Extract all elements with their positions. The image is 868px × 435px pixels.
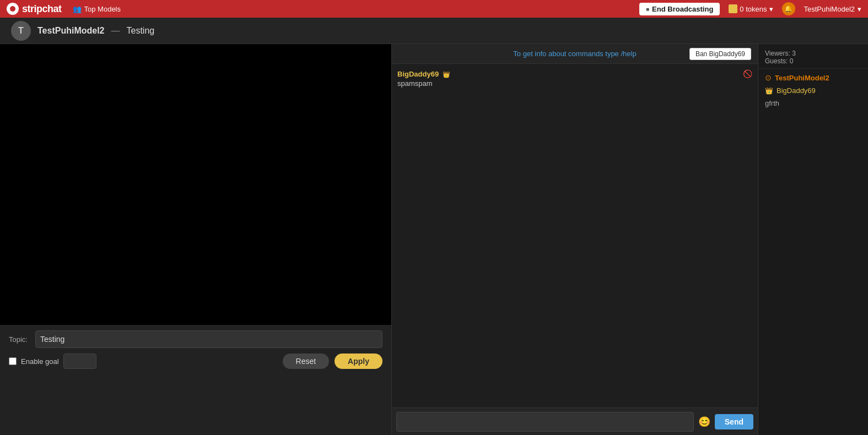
send-button[interactable]: Send [715, 414, 753, 429]
separator-dash: — [111, 26, 120, 36]
left-panel: Topic: Enable goal Reset Apply [0, 44, 391, 435]
viewer-name-host: TestPuhiModel2 [775, 74, 829, 82]
chat-message-header: BigDaddy69 👑 🚫 [397, 69, 752, 78]
goal-amount-input[interactable] [63, 354, 96, 369]
ban-user-icon[interactable]: 🚫 [743, 69, 752, 78]
main-content: Topic: Enable goal Reset Apply To get in… [0, 44, 868, 435]
chat-input-row: 😊 Send [392, 407, 758, 435]
user-menu-chevron: ▾ [858, 5, 861, 13]
goal-row: Enable goal Reset Apply [9, 354, 382, 369]
tokens-chevron: ▾ [769, 5, 773, 13]
ban-tooltip[interactable]: Ban BigDaddy69 [689, 48, 751, 60]
topic-row: Topic: [9, 330, 382, 348]
user-menu[interactable]: TestPuhiModel2 ▾ [804, 5, 862, 13]
model-topic: Testing [127, 26, 155, 36]
chat-messages: BigDaddy69 👑 🚫 spamspam [392, 64, 758, 407]
viewers-header: Viewers: 3 Guests: 0 [758, 44, 868, 69]
enable-goal-checkbox[interactable] [9, 357, 17, 365]
top-models-label: Top Models [84, 5, 121, 13]
logo-text: stripchat [22, 3, 62, 15]
reset-button[interactable]: Reset [283, 354, 330, 369]
model-name: TestPuhiModel2 [37, 26, 105, 36]
logo-icon [7, 3, 19, 15]
chat-panel: To get info about commands type /help Ba… [391, 44, 758, 435]
subheader: T TestPuhiModel2 — Testing [0, 18, 868, 44]
viewers-count-label: Viewers: 3 [765, 50, 861, 57]
crown-icon: 👑 [443, 71, 450, 78]
nav-left: stripchat 👥 Top Models [7, 3, 121, 15]
viewer-item: gfrth [765, 99, 861, 107]
chat-input[interactable] [396, 412, 694, 432]
chat-message-text: spamspam [397, 79, 752, 88]
viewer-name-guest: gfrth [765, 99, 779, 107]
avatar: T [11, 21, 31, 41]
topic-label: Topic: [9, 335, 31, 344]
host-icon: ⊙ [765, 73, 772, 82]
chat-username: BigDaddy69 [397, 70, 439, 78]
apply-button[interactable]: Apply [335, 354, 382, 369]
top-nav: stripchat 👥 Top Models End Broadcasting … [0, 0, 868, 18]
logo[interactable]: stripchat [7, 3, 62, 15]
bottom-controls: Topic: Enable goal Reset Apply [0, 325, 391, 435]
viewers-list: ⊙ TestPuhiModel2 👑 BigDaddy69 gfrth [758, 69, 868, 435]
tokens-icon [729, 4, 737, 13]
enable-goal-label: Enable goal [21, 357, 59, 366]
topic-input[interactable] [35, 330, 382, 348]
nav-right: End Broadcasting 0 tokens ▾ 🔔 TestPuhiMo… [639, 2, 861, 15]
video-area [0, 44, 391, 325]
tokens-button[interactable]: 0 tokens ▾ [729, 4, 773, 13]
viewer-crown-icon: 👑 [765, 87, 773, 95]
top-models-button[interactable]: 👥 Top Models [73, 5, 121, 13]
top-models-icon: 👥 [73, 5, 82, 13]
end-broadcasting-button[interactable]: End Broadcasting [639, 3, 720, 15]
notification-bell[interactable]: 🔔 [782, 2, 795, 15]
viewer-item: ⊙ TestPuhiModel2 [765, 73, 861, 82]
action-buttons: Reset Apply [283, 354, 382, 369]
viewers-count: Viewers: 3 Guests: 0 [765, 50, 861, 65]
emoji-button[interactable]: 😊 [698, 416, 710, 428]
viewer-name-user: BigDaddy69 [777, 86, 816, 95]
viewer-item: 👑 BigDaddy69 [765, 86, 861, 95]
viewers-panel: Viewers: 3 Guests: 0 ⊙ TestPuhiModel2 👑 … [758, 44, 868, 435]
tokens-label: 0 tokens [740, 5, 767, 13]
chat-message: BigDaddy69 👑 🚫 spamspam [397, 69, 752, 88]
chat-header: To get info about commands type /help Ba… [392, 44, 758, 64]
guests-count-label: Guests: 0 [765, 57, 861, 65]
user-name: TestPuhiModel2 [804, 5, 855, 13]
